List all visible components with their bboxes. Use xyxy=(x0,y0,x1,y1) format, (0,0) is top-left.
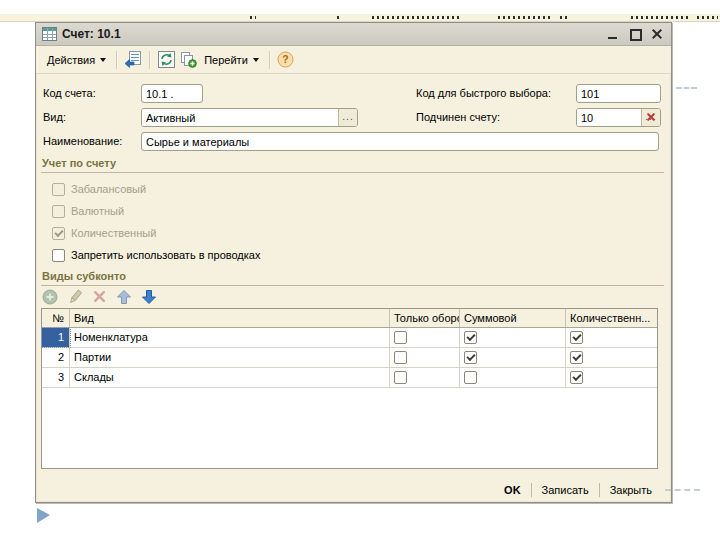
clipped-text-fragment xyxy=(250,16,256,19)
add-row-button[interactable] xyxy=(41,288,58,305)
checkbox-sum[interactable] xyxy=(464,351,477,364)
checkbox-only-turnover[interactable] xyxy=(394,351,407,364)
column-header-vid: Вид xyxy=(70,309,390,327)
checkbox-only-turnover[interactable] xyxy=(394,371,407,384)
checkbox-zabalansovy-label: Забалансовый xyxy=(71,183,146,195)
edit-pencil-icon xyxy=(67,289,83,305)
goto-menu-button[interactable]: Перейти xyxy=(199,49,264,71)
actions-menu-button[interactable]: Действия xyxy=(42,49,111,71)
move-down-button[interactable] xyxy=(140,288,157,305)
goto-menu-label: Перейти xyxy=(204,54,248,66)
move-down-arrow-icon xyxy=(141,289,157,305)
clipped-text-fragment xyxy=(560,16,570,19)
refresh-button[interactable] xyxy=(155,49,177,71)
kod-bystrogo-input[interactable] xyxy=(576,84,661,103)
checkbox-sum[interactable] xyxy=(464,331,477,344)
podchinen-label: Подчинен счету: xyxy=(416,111,500,123)
account-table-icon xyxy=(42,27,57,41)
checkbox-kolichestvenny-label: Количественный xyxy=(71,227,156,239)
section-divider xyxy=(41,172,664,173)
kod-scheta-input[interactable] xyxy=(141,84,203,103)
uchet-section-title: Учет по счету xyxy=(42,157,116,169)
table-row: 3 Склады xyxy=(42,368,657,388)
cell-sum xyxy=(460,368,566,387)
copy-icon xyxy=(180,52,197,68)
cell-only-turnover xyxy=(390,348,460,367)
cell-vid[interactable]: Склады xyxy=(70,368,390,387)
kod-scheta-label: Код счета: xyxy=(43,87,96,99)
copy-button[interactable] xyxy=(177,49,199,71)
selection-handle-artifact xyxy=(676,87,697,89)
column-header-only-turnover: Только оборо... xyxy=(390,309,460,327)
cell-sum xyxy=(460,348,566,367)
naimenovanie-input[interactable] xyxy=(141,132,659,151)
cell-qty xyxy=(566,328,657,347)
cell-qty xyxy=(566,348,657,367)
refresh-icon xyxy=(158,51,175,68)
clipped-text-fragment xyxy=(498,16,550,19)
column-header-num: № xyxy=(42,309,70,327)
podchinen-input[interactable] xyxy=(577,109,641,126)
vid-label: Вид: xyxy=(43,111,66,123)
selection-handle-artifact xyxy=(665,489,700,491)
table-row: 1 Номенклатура xyxy=(42,328,657,348)
form-toolbar: Действия xyxy=(36,46,671,74)
toolbar-separator xyxy=(116,51,117,69)
move-up-arrow-icon xyxy=(116,289,132,305)
cell-sum xyxy=(460,328,566,347)
account-dialog-window: Счет: 10.1 Действия xyxy=(35,22,672,503)
ok-button[interactable]: OK xyxy=(494,480,531,500)
checkbox-kolichestvenny xyxy=(52,227,65,240)
screen: Счет: 10.1 Действия xyxy=(0,0,720,540)
cell-num[interactable]: 1 xyxy=(42,328,70,347)
maximize-button[interactable] xyxy=(628,27,643,41)
checkbox-zapretit[interactable] xyxy=(52,249,65,262)
checkbox-qty[interactable] xyxy=(570,351,583,364)
move-up-button[interactable] xyxy=(115,288,132,305)
write-button[interactable]: Записать xyxy=(532,480,599,500)
svg-text:?: ? xyxy=(283,53,289,65)
vid-field: ... xyxy=(141,108,358,127)
clipped-text-fragment xyxy=(631,16,691,19)
titlebar[interactable]: Счет: 10.1 xyxy=(36,23,671,46)
reread-button[interactable] xyxy=(122,49,144,71)
close-button[interactable] xyxy=(650,27,665,41)
checkbox-zapretit-label[interactable]: Запретить использовать в проводках xyxy=(71,249,260,261)
help-button[interactable]: ? xyxy=(275,49,297,71)
chevron-down-icon xyxy=(253,58,259,62)
table-header-row: № Вид Только оборо... Суммовой Количеств… xyxy=(42,309,657,328)
cell-vid[interactable]: Номенклатура xyxy=(70,328,390,347)
help-icon: ? xyxy=(277,51,294,68)
delete-row-button[interactable] xyxy=(91,288,108,305)
cell-num[interactable]: 2 xyxy=(42,348,70,367)
checkbox-qty[interactable] xyxy=(570,331,583,344)
subconto-section-title: Виды субконто xyxy=(42,270,126,282)
checkbox-qty[interactable] xyxy=(570,371,583,384)
window-title: Счет: 10.1 xyxy=(62,27,606,41)
edit-row-button[interactable] xyxy=(66,288,83,305)
cell-num[interactable]: 3 xyxy=(42,368,70,387)
toolbar-separator xyxy=(269,51,270,69)
minimize-button[interactable] xyxy=(606,27,621,41)
checkbox-sum[interactable] xyxy=(464,371,477,384)
clipped-text-strip xyxy=(0,14,720,22)
cell-qty xyxy=(566,368,657,387)
chevron-down-icon xyxy=(100,58,106,62)
close-form-button[interactable]: Закрыть xyxy=(600,480,662,500)
naimenovanie-label: Наименование: xyxy=(43,135,122,147)
play-triangle-icon xyxy=(37,508,50,523)
vid-input[interactable] xyxy=(142,109,338,126)
vid-lookup-button[interactable]: ... xyxy=(338,109,357,126)
podchinen-clear-icon[interactable] xyxy=(643,109,659,126)
cell-only-turnover xyxy=(390,328,460,347)
reread-icon xyxy=(124,51,142,68)
delete-x-icon xyxy=(92,289,107,304)
clipped-text-fragment xyxy=(337,16,342,19)
add-icon xyxy=(42,289,58,305)
checkbox-only-turnover[interactable] xyxy=(394,331,407,344)
cell-vid[interactable]: Партии xyxy=(70,348,390,367)
actions-menu-label: Действия xyxy=(47,54,95,66)
clipped-text-fragment xyxy=(697,16,718,19)
checkbox-valyutny xyxy=(52,205,65,218)
table-row: 2 Партии xyxy=(42,348,657,368)
